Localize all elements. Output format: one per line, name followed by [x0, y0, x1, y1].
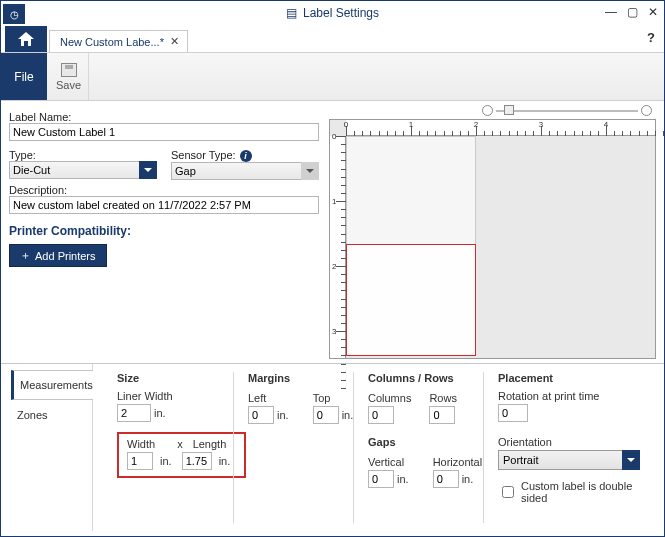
width-input[interactable]	[127, 452, 153, 470]
rows-label: Rows	[429, 392, 457, 404]
printer-compat-header: Printer Compatibility:	[9, 224, 319, 238]
zoom-in-icon[interactable]	[641, 105, 652, 116]
gap-vertical-label: Vertical	[368, 456, 415, 468]
double-sided-label: Custom label is double sided	[521, 480, 640, 504]
rotation-label: Rotation at print time	[498, 390, 640, 402]
maximize-button[interactable]: ▢	[627, 5, 638, 19]
rotation-input[interactable]	[498, 404, 528, 422]
sensor-type-select[interactable]	[171, 162, 319, 180]
margin-left-label: Left	[248, 392, 295, 404]
description-label: Description:	[9, 184, 319, 196]
liner-width-label: Liner Width	[117, 390, 219, 402]
settings-panel: Measurements Zones Size Liner Width in. …	[1, 363, 664, 531]
panel-placement: Placement Rotation at print time Orienta…	[483, 372, 654, 523]
unit-label: in.	[154, 407, 166, 419]
gap-horizontal-input[interactable]	[433, 470, 459, 488]
plus-icon: ＋	[20, 248, 31, 263]
type-label: Type:	[9, 149, 157, 161]
title-bar: ◷ ▤ Label Settings — ▢ ✕	[1, 1, 664, 25]
minimize-button[interactable]: —	[605, 5, 617, 19]
properties-form: Label Name: Type: Sensor Type:i Descript…	[9, 107, 319, 359]
margin-left-input[interactable]	[248, 406, 274, 424]
liner-width-input[interactable]	[117, 404, 151, 422]
columns-label: Columns	[368, 392, 411, 404]
length-label: Length	[193, 438, 227, 450]
panel-columns-rows: Columns / Rows Columns Rows Gaps Vertica…	[353, 372, 483, 523]
description-input[interactable]	[9, 196, 319, 214]
length-input[interactable]	[182, 452, 212, 470]
width-label: Width	[127, 438, 155, 450]
tab-measurements[interactable]: Measurements	[11, 370, 93, 400]
double-sided-checkbox[interactable]: Custom label is double sided	[498, 480, 640, 504]
ribbon: File Save	[1, 53, 664, 101]
window-title: Label Settings	[303, 6, 379, 20]
placement-header: Placement	[498, 372, 640, 384]
ruler-vertical: 0123	[330, 136, 346, 358]
gap-horizontal-label: Horizontal	[433, 456, 483, 468]
gaps-header: Gaps	[368, 436, 469, 448]
info-icon[interactable]: i	[240, 150, 252, 162]
file-menu-button[interactable]: File	[1, 53, 47, 100]
rows-input[interactable]	[429, 406, 455, 424]
zoom-thumb[interactable]	[504, 105, 514, 115]
add-printers-button[interactable]: ＋ Add Printers	[9, 244, 107, 267]
save-button[interactable]: Save	[49, 53, 89, 100]
tab-bar: New Custom Labe...* ✕ ?	[1, 25, 664, 53]
columns-rows-header: Columns / Rows	[368, 372, 469, 384]
label-name-input[interactable]	[9, 123, 319, 141]
save-label: Save	[56, 79, 81, 91]
side-tabs: Measurements Zones	[1, 364, 93, 531]
chevron-down-icon[interactable]	[301, 162, 319, 180]
panel-size: Size Liner Width in. Width x Length in. …	[103, 372, 233, 523]
help-button[interactable]: ?	[647, 30, 655, 45]
panel-margins: Margins Left in. Top in.	[233, 372, 353, 523]
settings-icon: ▤	[286, 6, 297, 20]
size-highlight: Width x Length in. in.	[117, 432, 246, 478]
sensor-type-label: Sensor Type:i	[171, 149, 319, 162]
preview-canvas[interactable]: 01234 0123	[329, 119, 656, 359]
home-tab[interactable]	[5, 26, 47, 52]
size-header: Size	[117, 372, 219, 384]
columns-input[interactable]	[368, 406, 394, 424]
label-preview: 01234 0123	[329, 107, 656, 359]
close-tab-icon[interactable]: ✕	[170, 35, 179, 48]
ruler-horizontal: 01234	[346, 120, 655, 136]
zoom-slider[interactable]	[482, 105, 652, 117]
add-printers-label: Add Printers	[35, 250, 96, 262]
chevron-down-icon[interactable]	[139, 161, 157, 179]
document-tab[interactable]: New Custom Labe...* ✕	[49, 30, 188, 52]
double-sided-input[interactable]	[502, 486, 514, 498]
orientation-select[interactable]	[498, 450, 640, 470]
document-tab-label: New Custom Labe...*	[60, 36, 164, 48]
orientation-label: Orientation	[498, 436, 640, 448]
x-label: x	[177, 438, 183, 450]
zoom-out-icon[interactable]	[482, 105, 493, 116]
gap-vertical-input[interactable]	[368, 470, 394, 488]
margin-top-input[interactable]	[313, 406, 339, 424]
chevron-down-icon[interactable]	[622, 450, 640, 470]
margins-header: Margins	[248, 372, 339, 384]
type-select[interactable]	[9, 161, 157, 179]
tab-zones[interactable]: Zones	[11, 400, 92, 430]
label-outline	[346, 244, 476, 356]
save-icon	[61, 63, 77, 77]
app-icon: ◷	[3, 4, 25, 24]
label-name-label: Label Name:	[9, 111, 319, 123]
close-button[interactable]: ✕	[648, 5, 658, 19]
